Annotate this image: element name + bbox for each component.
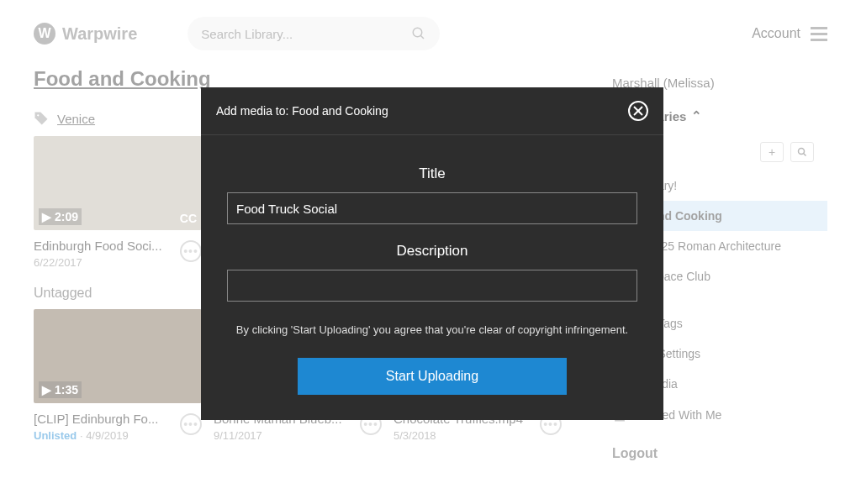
close-icon	[633, 106, 643, 116]
start-uploading-button[interactable]: Start Uploading	[298, 358, 567, 395]
title-label: Title	[419, 165, 446, 182]
close-button[interactable]	[628, 101, 648, 121]
add-media-modal: Add media to: Food and Cooking Title Des…	[201, 87, 663, 420]
title-input[interactable]	[227, 192, 637, 224]
modal-title: Add media to: Food and Cooking	[216, 104, 388, 118]
disclaimer-text: By clicking 'Start Uploading' you agree …	[236, 323, 628, 336]
description-label: Description	[396, 243, 467, 260]
modal-header: Add media to: Food and Cooking	[201, 87, 663, 135]
description-input[interactable]	[227, 270, 637, 302]
modal-body: Title Description By clicking 'Start Upl…	[201, 135, 663, 420]
